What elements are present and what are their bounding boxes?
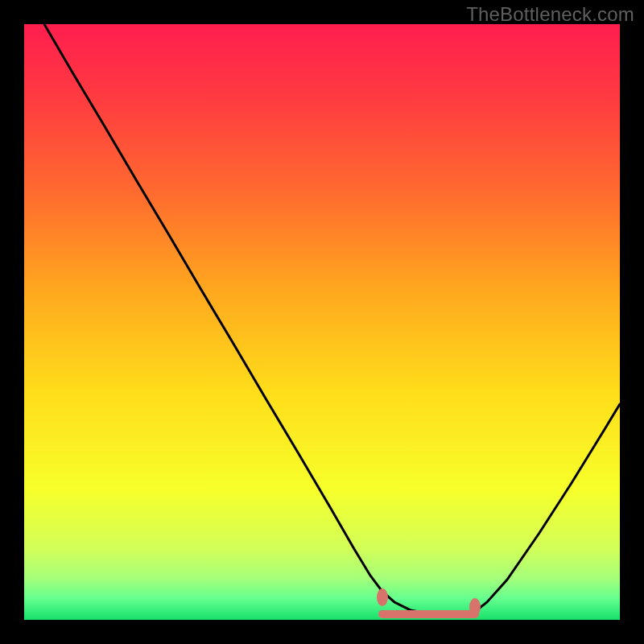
plot-area — [24, 24, 620, 620]
chart-frame: TheBottleneck.com — [0, 0, 644, 644]
chart-svg — [24, 24, 620, 620]
curve-marker — [469, 598, 481, 616]
gradient-bg — [24, 24, 620, 620]
curve-marker — [377, 588, 388, 606]
watermark-text: TheBottleneck.com — [466, 3, 634, 26]
